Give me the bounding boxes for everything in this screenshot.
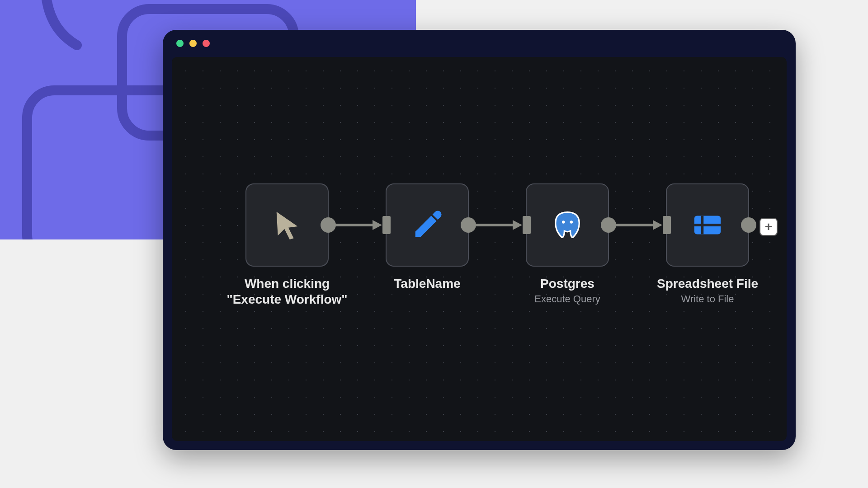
workflow-node: When clicking "Execute Workflow" — [219, 183, 355, 309]
cursor-icon — [271, 209, 303, 241]
workflow-node-box[interactable] — [386, 183, 469, 267]
workflow-node: Postgres Execute Query — [500, 183, 635, 305]
plus-icon: + — [765, 220, 772, 234]
workflow-flow: When clicking "Execute Workflow" TableNa — [219, 183, 778, 309]
window-titlebar — [163, 30, 796, 57]
workflow-node-box[interactable] — [666, 183, 749, 267]
window-minimize-button[interactable] — [189, 40, 197, 47]
spreadsheet-icon — [692, 209, 723, 241]
postgres-icon — [552, 209, 583, 241]
window-close-button[interactable] — [176, 40, 184, 47]
svg-point-4 — [562, 221, 565, 224]
node-subtitle: Write to File — [644, 293, 771, 305]
port-out[interactable] — [741, 217, 756, 233]
workflow-node-box[interactable] — [526, 183, 609, 267]
port-in[interactable] — [382, 216, 391, 234]
workflow-node: TableName — [359, 183, 495, 293]
workflow-node-box[interactable] — [245, 183, 329, 267]
edge — [495, 183, 500, 267]
svg-point-5 — [570, 221, 573, 224]
pencil-icon — [411, 209, 443, 241]
add-node-button[interactable]: + — [760, 218, 778, 236]
port-in[interactable] — [523, 216, 531, 234]
node-title: TableName — [364, 276, 491, 291]
port-in[interactable] — [663, 216, 671, 234]
edge — [635, 183, 640, 267]
workflow-node: Spreadsheet File Write to File — [640, 183, 775, 305]
edge — [355, 183, 359, 267]
node-title: Postgres — [504, 276, 631, 291]
node-subtitle: Execute Query — [504, 293, 631, 305]
workflow-canvas[interactable]: When clicking "Execute Workflow" TableNa — [172, 57, 787, 441]
window-zoom-button[interactable] — [203, 40, 210, 47]
node-title: When clicking "Execute Workflow" — [224, 276, 350, 307]
node-title: Spreadsheet File — [644, 276, 771, 291]
app-window: When clicking "Execute Workflow" TableNa — [163, 30, 796, 450]
